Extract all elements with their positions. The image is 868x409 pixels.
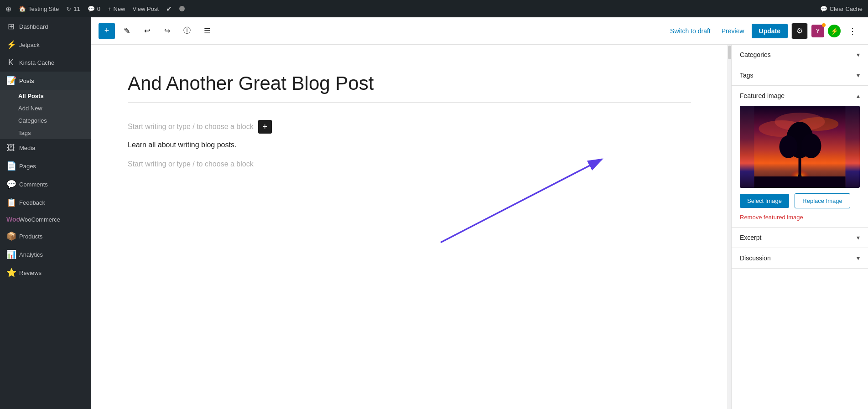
comments-icon: 💬 (88, 5, 95, 12)
editor-content[interactable]: And Another Great Blog Post Start writin… (91, 45, 728, 409)
chat-icon: 💬 (820, 5, 827, 12)
sidebar-item-reviews[interactable]: ⭐ Reviews (0, 264, 91, 282)
comments-sidebar-icon: 💬 (6, 179, 16, 189)
updates-item[interactable]: ↻ 11 (66, 5, 80, 12)
main-layout: ⊞ Dashboard ⚡ Jetpack K Kinsta Cache 📝 P… (0, 17, 868, 409)
tags-section: Tags ▾ (732, 65, 868, 86)
replace-image-button[interactable]: Replace Image (795, 193, 850, 208)
tools-button[interactable]: ✎ (119, 23, 135, 39)
info-button[interactable]: ⓘ (179, 23, 195, 39)
wp-logo[interactable]: ⊕ (5, 5, 11, 13)
sidebar-item-kinsta[interactable]: K Kinsta Cache (0, 54, 91, 72)
categories-header[interactable]: Categories ▾ (732, 45, 868, 65)
kinsta-icon: K (6, 58, 16, 67)
clear-cache-item[interactable]: 💬 Clear Cache (820, 5, 863, 12)
settings-button[interactable]: ⚙ (791, 23, 808, 39)
woocommerce-icon: Woo (6, 216, 16, 223)
sidebar: ⊞ Dashboard ⚡ Jetpack K Kinsta Cache 📝 P… (0, 17, 91, 409)
info-icon: ⓘ (183, 26, 191, 36)
yoast-icon: ✔ (166, 5, 172, 13)
scrollbar-thumb[interactable] (728, 46, 731, 59)
editor-scrollbar[interactable] (728, 45, 731, 409)
sidebar-item-products[interactable]: 📦 Products (0, 227, 91, 245)
sidebar-item-pages[interactable]: 📄 Pages (0, 157, 91, 175)
excerpt-header[interactable]: Excerpt ▾ (732, 228, 868, 248)
sidebar-item-posts[interactable]: 📝 Posts (0, 72, 91, 90)
add-block-button[interactable]: + (99, 23, 115, 39)
featured-image-thumbnail[interactable] (740, 106, 860, 188)
editor-area: + ✎ ↩ ↪ ⓘ ☰ Switch to draft (91, 17, 868, 409)
gear-icon: ⚙ (796, 26, 803, 35)
more-options-button[interactable]: ⋮ (844, 23, 861, 39)
switch-to-draft-button[interactable]: Switch to draft (666, 25, 714, 37)
preview-button[interactable]: Preview (718, 25, 748, 37)
block-placeholder-1[interactable]: Start writing or type / to choose a bloc… (128, 116, 691, 137)
featured-image-content: Select Image Replace Image Remove featur… (732, 106, 868, 227)
comments-item[interactable]: 💬 0 (88, 5, 100, 12)
posts-icon: 📝 (6, 76, 16, 86)
jetpack-icon: ⚡ (6, 40, 16, 50)
featured-image-actions: Select Image Replace Image Remove featur… (740, 193, 860, 221)
post-title[interactable]: And Another Great Blog Post (128, 72, 691, 95)
editor-toolbar: + ✎ ↩ ↪ ⓘ ☰ Switch to draft (91, 17, 868, 45)
home-icon: 🏠 (19, 5, 26, 12)
pages-icon: 📄 (6, 161, 16, 171)
site-name[interactable]: 🏠 Testing Site (19, 5, 59, 12)
post-divider (128, 102, 691, 103)
reviews-icon: ⭐ (6, 268, 16, 278)
sidebar-item-analytics[interactable]: 📊 Analytics (0, 245, 91, 264)
categories-section: Categories ▾ (732, 45, 868, 65)
svg-point-10 (780, 135, 798, 158)
tags-chevron: ▾ (857, 72, 860, 79)
sidebar-sub-all-posts[interactable]: All Posts (0, 90, 91, 102)
discussion-section: Discussion ▾ (732, 248, 868, 269)
products-icon: 📦 (6, 231, 16, 241)
redo-button[interactable]: ↪ (159, 23, 175, 39)
dashboard-icon: ⊞ (6, 21, 16, 31)
block-placeholder-2[interactable]: Start writing or type / to choose a bloc… (128, 156, 691, 172)
select-image-button[interactable]: Select Image (740, 194, 789, 208)
remove-featured-image-link[interactable]: Remove featured image (740, 214, 860, 221)
post-paragraph[interactable]: Learn all about writing blog posts. (128, 137, 691, 153)
svg-point-12 (798, 174, 802, 179)
redo-icon: ↪ (164, 26, 170, 35)
featured-image-chevron: ▴ (857, 92, 860, 99)
sidebar-item-media[interactable]: 🖼 Media (0, 139, 91, 157)
sidebar-item-feedback[interactable]: 📋 Feedback (0, 193, 91, 212)
view-post-item[interactable]: View Post (133, 5, 159, 12)
sidebar-sub-categories[interactable]: Categories (0, 114, 91, 127)
pencil-icon: ✎ (124, 26, 130, 36)
ellipsis-icon: ⋮ (848, 26, 857, 36)
list-view-button[interactable]: ☰ (199, 23, 215, 39)
list-icon: ☰ (204, 26, 210, 35)
admin-bar-right: 💬 Clear Cache (820, 5, 863, 12)
status-icon (179, 6, 185, 11)
sidebar-sub-add-new[interactable]: Add New (0, 102, 91, 114)
yoast-dot (822, 23, 826, 27)
discussion-header[interactable]: Discussion ▾ (732, 248, 868, 268)
yoast-item[interactable]: ✔ (166, 5, 172, 13)
sidebar-item-comments[interactable]: 💬 Comments (0, 175, 91, 193)
editor-content-wrapper: And Another Great Blog Post Start writin… (91, 45, 868, 409)
sidebar-item-jetpack[interactable]: ⚡ Jetpack (0, 36, 91, 54)
yoast-badge[interactable]: Y (811, 25, 824, 37)
updates-icon: ↻ (66, 5, 71, 12)
annotation-arrow (91, 45, 728, 409)
featured-image-header[interactable]: Featured image ▴ (732, 86, 868, 106)
sidebar-sub-posts: All Posts Add New Categories Tags (0, 90, 91, 139)
undo-button[interactable]: ↩ (139, 23, 155, 39)
discussion-chevron: ▾ (857, 254, 860, 262)
circle-item[interactable] (179, 6, 185, 11)
update-button[interactable]: Update (752, 24, 788, 38)
sidebar-item-woocommerce[interactable]: Woo WooCommerce (0, 212, 91, 227)
plus-icon: + (108, 5, 111, 12)
tags-header[interactable]: Tags ▾ (732, 65, 868, 85)
performance-icon[interactable]: ⚡ (828, 25, 841, 37)
media-icon: 🖼 (6, 143, 16, 153)
new-item[interactable]: + New (108, 5, 125, 12)
sidebar-item-dashboard[interactable]: ⊞ Dashboard (0, 17, 91, 36)
tree-image-svg (740, 106, 860, 188)
add-block-inline-button[interactable]: + (258, 120, 272, 134)
analytics-icon: 📊 (6, 249, 16, 259)
sidebar-sub-tags[interactable]: Tags (0, 127, 91, 139)
